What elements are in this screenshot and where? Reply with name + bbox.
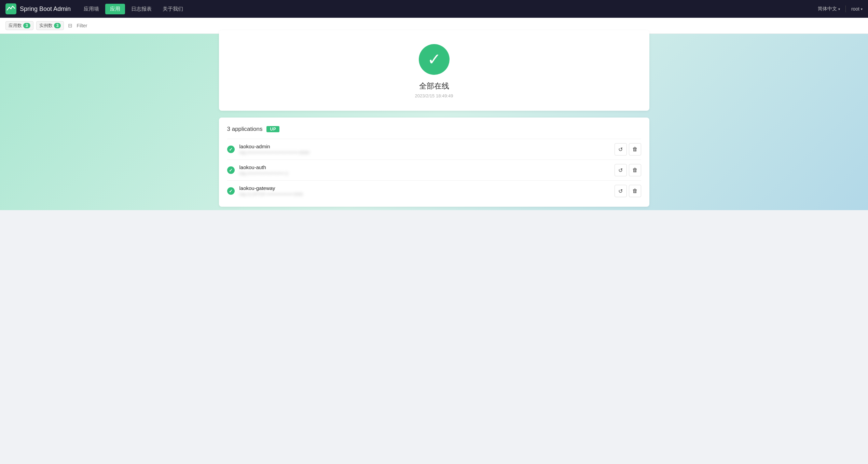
app-status-dot — [227, 166, 235, 174]
status-timestamp: 2023/2/15 18:49:49 — [226, 93, 643, 98]
app-info: laokou-admin http://••••••••••••••••••••… — [239, 144, 310, 155]
delete-button[interactable]: 🗑 — [629, 164, 641, 176]
app-item: laokou-gateway http://LAPTOP-•••••••••••… — [227, 180, 641, 201]
app-name[interactable]: laokou-auth — [239, 164, 289, 170]
app-item-left: laokou-auth http://•••••••••••••••••••••… — [227, 164, 289, 176]
banner-area: ✓ 全部在线 2023/2/15 18:49:49 3 applications… — [0, 34, 868, 210]
app-status-dot — [227, 187, 235, 195]
brand-title: Spring Boot Admin — [20, 5, 71, 13]
delete-button[interactable]: 🗑 — [629, 143, 641, 155]
nav-links: 应用墙 应用 日志报表 关于我们 — [79, 4, 818, 14]
instance-count-value: 3 — [54, 23, 61, 28]
nav-appwall[interactable]: 应用墙 — [79, 4, 104, 14]
language-chevron-icon: ▾ — [838, 7, 840, 11]
refresh-button[interactable]: ↺ — [615, 185, 627, 197]
app-name[interactable]: laokou-admin — [239, 144, 310, 149]
app-actions: ↺ 🗑 — [615, 185, 641, 197]
app-status-dot — [227, 146, 235, 153]
language-label: 简体中文 — [818, 6, 837, 12]
app-item: laokou-admin http://••••••••••••••••••••… — [227, 139, 641, 160]
status-title: 全部在线 — [226, 81, 643, 91]
brand-logo-icon — [5, 3, 16, 14]
checkmark-icon: ✓ — [427, 51, 441, 68]
app-item-left: laokou-admin http://••••••••••••••••••••… — [227, 144, 310, 155]
delete-button[interactable]: 🗑 — [629, 185, 641, 197]
apps-header: 3 applications UP — [227, 126, 641, 133]
app-url: http://LAPTOP-••••••••••••••••••:5555 — [239, 192, 303, 197]
refresh-button[interactable]: ↺ — [615, 164, 627, 176]
app-count-value: 3 — [23, 23, 30, 28]
navbar-right: 简体中文 ▾ root ▾ — [818, 5, 863, 12]
instance-count-badge: 实例数 3 — [36, 21, 64, 30]
app-url: http://••••••••••••••••••••••••:1/ — [239, 171, 289, 176]
user-selector[interactable]: root ▾ — [851, 6, 863, 12]
app-actions: ↺ 🗑 — [615, 164, 641, 176]
app-info: laokou-auth http://•••••••••••••••••••••… — [239, 164, 289, 176]
status-card: ✓ 全部在线 2023/2/15 18:49:49 — [219, 30, 649, 111]
nav-logs[interactable]: 日志报表 — [126, 4, 156, 14]
user-label: root — [851, 6, 859, 12]
app-url: http://•••••••••••••••••••••••••••••••••… — [239, 150, 310, 155]
user-chevron-icon: ▾ — [861, 7, 863, 11]
app-item-left: laokou-gateway http://LAPTOP-•••••••••••… — [227, 185, 303, 197]
app-actions: ↺ 🗑 — [615, 143, 641, 155]
navbar: Spring Boot Admin 应用墙 应用 日志报表 关于我们 简体中文 … — [0, 0, 868, 18]
refresh-button[interactable]: ↺ — [615, 143, 627, 155]
status-icon-circle: ✓ — [419, 44, 450, 75]
main-content: ✓ 全部在线 2023/2/15 18:49:49 3 applications… — [205, 30, 663, 207]
nav-apps[interactable]: 应用 — [105, 4, 125, 14]
app-item: laokou-auth http://•••••••••••••••••••••… — [227, 160, 641, 180]
up-badge: UP — [266, 126, 279, 132]
app-name[interactable]: laokou-gateway — [239, 185, 303, 191]
apps-count-label: 3 applications — [227, 126, 263, 133]
nav-divider — [845, 5, 846, 12]
brand[interactable]: Spring Boot Admin — [5, 3, 71, 14]
filter-input[interactable] — [77, 23, 863, 28]
nav-about[interactable]: 关于我们 — [158, 4, 188, 14]
filter-icon: ⊟ — [68, 23, 72, 29]
app-count-label: 应用数 — [9, 23, 22, 29]
language-selector[interactable]: 简体中文 ▾ — [818, 6, 840, 12]
applications-section: 3 applications UP laokou-admin http://••… — [219, 118, 649, 207]
instance-count-label: 实例数 — [39, 23, 53, 29]
app-info: laokou-gateway http://LAPTOP-•••••••••••… — [239, 185, 303, 197]
app-count-badge: 应用数 3 — [5, 21, 33, 30]
